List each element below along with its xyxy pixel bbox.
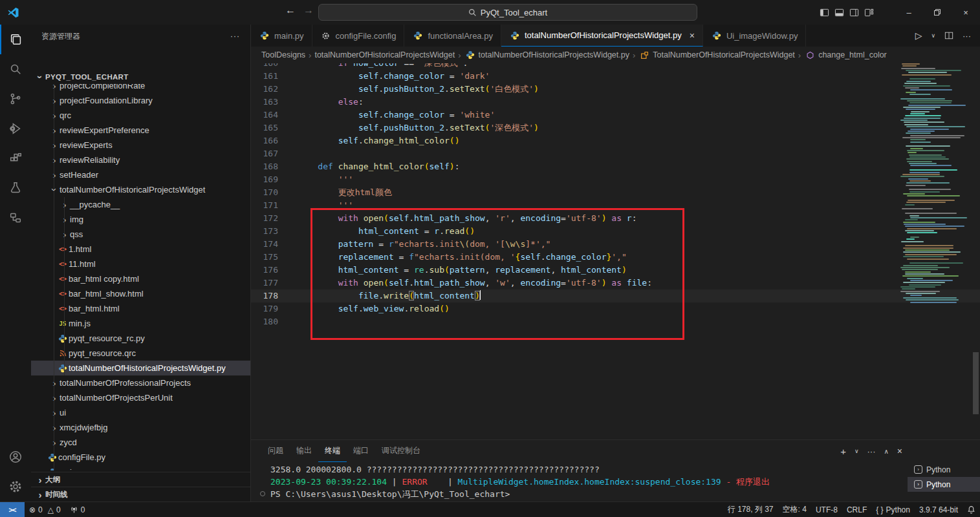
testing-icon[interactable]	[0, 173, 31, 203]
toggle-panel-icon[interactable]	[834, 8, 844, 17]
new-terminal-icon[interactable]: +	[840, 446, 846, 457]
editor-tab[interactable]: main.py	[251, 25, 312, 47]
code-line[interactable]: 176 html_content = re.sub(pattern, repla…	[251, 264, 980, 277]
tree-item[interactable]: ›qrc	[31, 108, 250, 123]
source-control-icon[interactable]	[0, 84, 31, 114]
language-mode[interactable]: { }Python	[871, 502, 915, 517]
terminal-dropdown-icon[interactable]: ∨	[855, 448, 859, 454]
breadcrumb-item[interactable]: ToolDesigns	[261, 50, 305, 59]
editor-more-actions-icon[interactable]: ···	[963, 31, 971, 41]
tree-item[interactable]: ›projectFoundationLibrary	[31, 93, 250, 108]
code-line[interactable]: 173 html_content = r.read()	[251, 225, 980, 238]
code-editor[interactable]: 160 if now_color == '深色模式':161 self.chan…	[251, 63, 980, 439]
code-line[interactable]: 172 with open(self.html_path_show, 'r', …	[251, 212, 980, 225]
code-line[interactable]: 168 def change_html_color(self):	[251, 160, 980, 173]
panel-more-icon[interactable]: ···	[867, 447, 875, 456]
tree-item[interactable]: ›reviewExperts	[31, 138, 250, 153]
terminal-output[interactable]: 3258.0 200002800.0 ?????????????????????…	[251, 463, 906, 501]
tree-item[interactable]: ›setHeader	[31, 167, 250, 182]
tree-item[interactable]: main.py	[31, 465, 250, 470]
tree-item[interactable]: ›zycd	[31, 435, 250, 450]
code-line[interactable]: 170 更改html颜色	[251, 186, 980, 199]
panel-tab[interactable]: 终端	[318, 440, 347, 462]
split-editor-icon[interactable]	[944, 31, 953, 40]
tree-item[interactable]: ›projectCompletionRate	[31, 84, 250, 93]
extensions-icon[interactable]	[0, 143, 31, 173]
toggle-sidebar-icon[interactable]	[820, 8, 829, 17]
tree-item[interactable]: ›totalNumberOfProfessionalProjects	[31, 375, 250, 390]
code-line[interactable]: 169 '''	[251, 173, 980, 186]
indentation[interactable]: 空格: 4	[778, 502, 811, 517]
workspace-root-row[interactable]: › PYQT_TOOL_ECHART	[31, 70, 250, 84]
sidebar-more-actions-icon[interactable]: ···	[230, 32, 240, 41]
search-panel-icon[interactable]	[0, 54, 31, 84]
toggle-secondary-sidebar-icon[interactable]	[849, 8, 859, 17]
notifications-bell-icon[interactable]	[963, 502, 980, 517]
timeline-section[interactable]: ›时间线	[31, 487, 250, 501]
tree-item[interactable]: ›ui	[31, 405, 250, 420]
customize-layout-icon[interactable]	[864, 8, 874, 17]
run-dropdown-icon[interactable]: ∨	[931, 32, 935, 39]
breadcrumb-item[interactable]: change_html_color	[804, 50, 887, 59]
editor-tab[interactable]: functionalArea.py	[404, 25, 501, 47]
panel-tab[interactable]: 输出	[290, 440, 318, 462]
account-icon[interactable]	[0, 442, 31, 472]
outline-section[interactable]: ›大纲	[31, 472, 250, 487]
close-panel-icon[interactable]: ×	[897, 446, 902, 456]
minimap[interactable]	[898, 63, 971, 309]
code-line[interactable]: 167	[251, 147, 980, 160]
nav-forward-button[interactable]: →	[300, 5, 317, 16]
tree-item[interactable]: ›xmcjdwjefbjg	[31, 420, 250, 435]
code-line[interactable]: 161 self.change_color = 'dark'	[251, 70, 980, 83]
code-line[interactable]: 160 if now_color == '深色模式':	[251, 63, 980, 70]
close-window-button[interactable]: ×	[952, 0, 980, 25]
tree-item[interactable]: configFile.py	[31, 450, 250, 465]
code-line[interactable]: 171 '''	[251, 199, 980, 212]
code-line[interactable]: 180	[251, 315, 980, 328]
breadcrumb-item[interactable]: TotalNumberOfHistoricalProjectsWidget	[638, 50, 795, 59]
editor-tab[interactable]: Ui_imageWidow.py	[703, 25, 807, 47]
panel-tab[interactable]: 调试控制台	[375, 440, 427, 462]
settings-gear-icon[interactable]	[0, 472, 31, 501]
code-line[interactable]: 163 else:	[251, 96, 980, 109]
run-button[interactable]: ▷	[915, 30, 922, 41]
code-line[interactable]: 178 file.write(html_content)	[251, 290, 980, 302]
tree-item[interactable]: ›reviewExpertPreference	[31, 123, 250, 138]
ports-status[interactable]: 0	[65, 502, 90, 517]
terminal-instance[interactable]: ›Python	[908, 477, 980, 492]
breadcrumb-item[interactable]: totalNumberOfHistoricalProjectsWidget.py	[464, 50, 629, 59]
cursor-position[interactable]: 行 178, 列 37	[723, 502, 778, 517]
terminal-instance[interactable]: ›Python	[908, 462, 980, 477]
explorer-icon[interactable]	[0, 25, 31, 54]
close-tab-icon[interactable]: ×	[690, 30, 695, 41]
code-line[interactable]: 179 self.web_view.reload()	[251, 302, 980, 315]
maximize-panel-icon[interactable]: ∧	[884, 448, 888, 455]
code-line[interactable]: 166 self.change_html_color()	[251, 134, 980, 147]
tree-item[interactable]: ›totalNumberOfProjectsPerUnit	[31, 390, 250, 405]
code-line[interactable]: 162 self.pushButton_2.setText('白色模式')	[251, 83, 980, 96]
code-line[interactable]: 177 with open(self.html_path_show, 'w', …	[251, 277, 980, 290]
breadcrumb-item[interactable]: totalNumberOfHistoricalProjectsWidget	[314, 50, 455, 59]
tree-item[interactable]: ›reviewReliability	[31, 153, 250, 167]
remote-indicator[interactable]: ><	[0, 502, 25, 517]
editor-tab[interactable]: totalNumberOfHistoricalProjectsWidget.py…	[501, 25, 703, 47]
problems-status[interactable]: ⊗0 △0	[25, 502, 65, 517]
code-line[interactable]: 174 pattern = r"echarts.init\(dom, '[\w\…	[251, 238, 980, 251]
code-line[interactable]: 165 self.pushButton_2.setText('深色模式')	[251, 121, 980, 134]
minimize-button[interactable]: –	[895, 0, 923, 25]
tree-item[interactable]: ›totalNumberOfHistoricalProjectsWidget	[31, 182, 250, 197]
code-line[interactable]: 175 replacement = f"echarts.init(dom, '{…	[251, 251, 980, 264]
python-version[interactable]: 3.9.7 64-bit	[915, 502, 963, 517]
editor-scrollbar[interactable]	[973, 352, 979, 414]
code-line[interactable]: 164 self.change_color = 'white'	[251, 109, 980, 121]
nav-back-button[interactable]: ←	[282, 5, 299, 16]
panel-tab[interactable]: 端口	[347, 440, 375, 462]
run-debug-icon[interactable]	[0, 114, 31, 143]
restore-button[interactable]	[923, 0, 952, 25]
encoding[interactable]: UTF-8	[811, 502, 842, 517]
command-center-search[interactable]: PyQt_Tool_echart	[318, 4, 697, 21]
remote-explorer-icon[interactable]	[0, 203, 31, 233]
eol-sequence[interactable]: CRLF	[842, 502, 871, 517]
panel-tab[interactable]: 问题	[261, 440, 290, 462]
editor-tab[interactable]: configFile.config	[312, 25, 405, 47]
